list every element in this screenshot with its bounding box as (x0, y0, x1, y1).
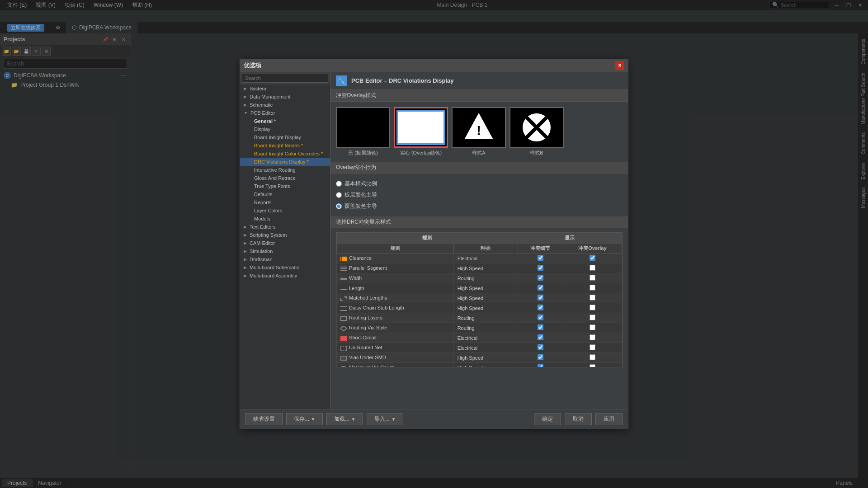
collision-overlay-checkbox[interactable] (590, 344, 595, 350)
tree-item-board-insight-color-overrides-[interactable]: ▶Board Insight Color Overrides * (240, 150, 330, 158)
collision-overlay-cell[interactable] (563, 263, 622, 273)
collision-overlay-cell[interactable] (563, 273, 622, 283)
collision-overlay-checkbox[interactable] (590, 275, 595, 281)
cancel-button[interactable]: 取消 (565, 413, 592, 425)
tree-item-cam-editor[interactable]: ▶CAM Editor (240, 239, 330, 247)
radio-layer-color[interactable]: 板层颜色主导 (336, 190, 623, 200)
table-row[interactable]: Maximum Via Count High Speed (337, 363, 622, 368)
defaults-button[interactable]: 缺省设置 (245, 413, 283, 425)
collision-detail-cell[interactable] (518, 363, 563, 368)
tree-item-models[interactable]: ▶Models (240, 215, 330, 223)
tree-item-interactive-routing[interactable]: ▶Interactive Routing (240, 166, 330, 174)
collision-detail-cell[interactable] (518, 323, 563, 333)
collision-overlay-checkbox[interactable] (590, 305, 595, 310)
tree-item-data-management[interactable]: ▶Data Management (240, 93, 330, 101)
collision-overlay-cell[interactable] (563, 303, 622, 313)
tree-item-layer-colors[interactable]: ▶Layer Colors (240, 206, 330, 215)
collision-detail-cell[interactable] (518, 293, 563, 303)
collision-detail-cell[interactable] (518, 263, 563, 273)
tree-item-board-insight-display[interactable]: ▶Board Insight Display (240, 133, 330, 141)
tree-item-schematic[interactable]: ▶Schematic (240, 101, 330, 109)
collision-overlay-checkbox[interactable] (590, 314, 595, 320)
collision-detail-checkbox[interactable] (538, 334, 543, 340)
collision-detail-checkbox[interactable] (538, 305, 543, 310)
collision-detail-checkbox[interactable] (538, 255, 543, 261)
collision-detail-cell[interactable] (518, 253, 563, 263)
collision-overlay-checkbox[interactable] (590, 285, 595, 291)
collision-detail-checkbox[interactable] (538, 314, 543, 320)
radio-overlay-color-input[interactable] (336, 203, 342, 209)
collision-detail-checkbox[interactable] (538, 295, 543, 300)
style-a[interactable]: ! 样式A (452, 107, 506, 156)
collision-overlay-checkbox[interactable] (590, 354, 595, 360)
collision-overlay-checkbox[interactable] (590, 364, 595, 367)
tree-item-reports[interactable]: ▶Reports (240, 198, 330, 206)
table-row[interactable]: Clearance Electrical (337, 253, 622, 263)
collision-overlay-checkbox[interactable] (590, 265, 595, 271)
style-box-b[interactable] (509, 107, 564, 148)
dialog-close-button[interactable]: × (615, 61, 624, 70)
collision-overlay-cell[interactable] (563, 313, 622, 323)
radio-overlay-color[interactable]: 覆盖颜色主导 (336, 202, 623, 211)
collision-detail-cell[interactable] (518, 333, 563, 343)
collision-detail-cell[interactable] (518, 353, 563, 363)
collision-detail-checkbox[interactable] (538, 265, 543, 271)
table-row[interactable]: Routing Via Style Routing (337, 323, 622, 333)
tree-item-drc-violations-display-[interactable]: ▶DRC Violations Display * (240, 158, 330, 166)
ok-button[interactable]: 确定 (534, 413, 561, 425)
collision-detail-cell[interactable] (518, 273, 563, 283)
tree-item-true-type-fonts[interactable]: ▶True Type Fonts (240, 182, 330, 190)
collision-overlay-cell[interactable] (563, 353, 622, 363)
collision-overlay-checkbox[interactable] (590, 295, 595, 300)
style-none[interactable]: 无 (板层颜色) (336, 107, 390, 156)
collision-overlay-checkbox[interactable] (590, 255, 595, 261)
tree-item-display[interactable]: ▶Display (240, 125, 330, 133)
collision-detail-checkbox[interactable] (538, 354, 543, 360)
table-row[interactable]: Length High Speed (337, 283, 622, 293)
style-box-solid[interactable] (394, 107, 448, 148)
radio-basic-scale[interactable]: 基本样式比例 (336, 179, 623, 188)
collision-overlay-cell[interactable] (563, 323, 622, 333)
radio-layer-color-input[interactable] (336, 192, 342, 198)
tree-item-draftsman[interactable]: ▶Draftsman (240, 255, 330, 263)
tree-item-text-editors[interactable]: ▶Text Editors (240, 223, 330, 231)
collision-detail-cell[interactable] (518, 343, 563, 353)
collision-detail-checkbox[interactable] (538, 344, 543, 350)
tree-item-general-[interactable]: ▶General * (240, 117, 330, 125)
tree-item-system[interactable]: ▶System (240, 84, 330, 93)
style-solid[interactable]: 实心 (Overlay颜色) (394, 107, 448, 156)
radio-basic-scale-input[interactable] (336, 181, 342, 187)
table-row[interactable]: Width Routing (337, 273, 622, 283)
table-row[interactable]: Vias Under SMD High Speed (337, 353, 622, 363)
collision-detail-cell[interactable] (518, 313, 563, 323)
apply-button[interactable]: 应用 (595, 413, 623, 425)
save-button[interactable]: 保存... ▼ (286, 413, 323, 425)
tree-item-multi-board-assembly[interactable]: ▶Multi-board Assembly (240, 272, 330, 280)
collision-detail-cell[interactable] (518, 303, 563, 313)
tree-item-simulation[interactable]: ▶Simulation (240, 247, 330, 255)
tree-item-multi-board-schematic[interactable]: ▶Multi-board Schematic (240, 263, 330, 272)
style-b[interactable]: 样式B (509, 107, 564, 156)
import-button[interactable]: 导入... ▼ (367, 413, 403, 425)
collision-overlay-cell[interactable] (563, 343, 622, 353)
table-row[interactable]: Daisy Chain Stub Length High Speed (337, 303, 622, 313)
collision-detail-checkbox[interactable] (538, 285, 543, 291)
drc-table-scroll[interactable]: 规则 显示 规则 种类 冲突细节 冲突Overlay (336, 232, 623, 367)
table-row[interactable]: Un-Routed Net Electrical (337, 343, 622, 353)
collision-overlay-cell[interactable] (563, 293, 622, 303)
collision-detail-checkbox[interactable] (538, 364, 543, 367)
style-box-none[interactable] (336, 107, 390, 148)
table-row[interactable]: Routing Layers Routing (337, 313, 622, 323)
collision-overlay-cell[interactable] (563, 333, 622, 343)
collision-overlay-cell[interactable] (563, 363, 622, 368)
tree-item-board-insight-modes-[interactable]: ▶Board Insight Modes * (240, 141, 330, 150)
table-row[interactable]: Matched Lengths High Speed (337, 293, 622, 303)
style-box-a[interactable]: ! (452, 107, 506, 148)
tree-search-input[interactable] (242, 74, 328, 83)
load-button[interactable]: 加载... ▼ (326, 413, 363, 425)
table-row[interactable]: Short-Circuit Electrical (337, 333, 622, 343)
tree-item-defaults[interactable]: ▶Defaults (240, 190, 330, 198)
tree-item-pcb-editor[interactable]: ▼PCB Editor (240, 109, 330, 117)
collision-overlay-checkbox[interactable] (590, 324, 595, 330)
collision-detail-checkbox[interactable] (538, 275, 543, 281)
